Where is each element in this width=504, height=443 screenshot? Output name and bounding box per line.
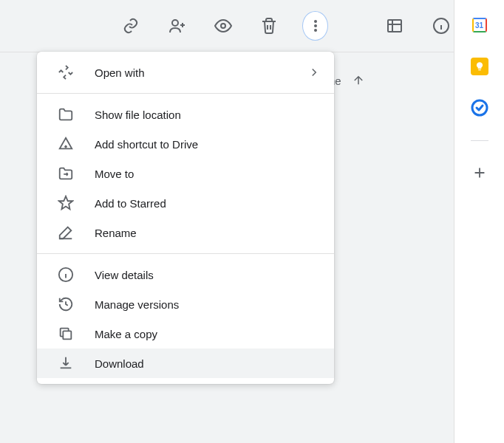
download-icon [58,355,74,371]
menu-label: Open with [95,66,145,79]
list-icon [386,17,403,35]
trash-button[interactable] [256,11,282,41]
side-panel: 31 [454,0,504,443]
tasks-icon [471,99,488,117]
menu-show-location[interactable]: Show file location [37,100,334,129]
menu-download[interactable]: Download [37,348,334,378]
menu-add-shortcut[interactable]: Add shortcut to Drive [37,129,334,159]
move-icon [58,165,74,182]
menu-label: Move to [95,168,134,180]
info-circle-icon [58,267,74,283]
folder-icon [58,106,74,123]
rename-icon [58,224,74,241]
more-vertical-icon [307,17,324,35]
eye-icon [214,17,232,35]
svg-point-0 [172,20,178,26]
get-link-button[interactable] [118,11,143,41]
more-actions-menu: Open with Show file location Add shortcu… [37,52,334,384]
get-addons-button[interactable] [471,165,488,181]
share-button[interactable] [164,11,189,41]
svg-point-4 [314,29,317,32]
menu-view-details[interactable]: View details [37,260,334,289]
list-view-button[interactable] [382,11,407,41]
preview-button[interactable] [211,11,236,41]
calendar-icon: 31 [471,16,488,34]
menu-divider [37,93,334,94]
keep-icon [471,58,488,75]
menu-divider [37,253,334,254]
shortcut-icon [58,136,74,152]
action-toolbar [0,0,454,52]
copy-icon [58,326,74,342]
menu-label: Add shortcut to Drive [95,138,198,151]
menu-add-starred[interactable]: Add to Starred [37,188,334,218]
svg-point-2 [314,20,317,23]
menu-manage-versions[interactable]: Manage versions [37,289,334,319]
menu-label: Show file location [95,109,181,121]
chevron-right-icon [307,66,321,79]
trash-icon [260,17,278,35]
svg-point-1 [221,24,225,28]
calendar-app[interactable]: 31 [471,16,488,34]
link-icon [122,17,140,35]
menu-open-with[interactable]: Open with [37,58,334,87]
column-header-fragment: ne [329,74,365,87]
person-add-icon [168,17,186,35]
menu-label: Download [95,357,144,370]
side-divider [471,140,488,141]
menu-rename[interactable]: Rename [37,218,334,247]
keep-app[interactable] [471,58,488,75]
plus-icon [471,165,488,181]
menu-label: View details [95,269,154,281]
info-icon [432,17,450,35]
open-with-icon [58,64,74,80]
arrow-up-icon [352,74,365,87]
menu-make-copy[interactable]: Make a copy [37,319,334,348]
menu-label: Rename [95,227,137,239]
svg-rect-5 [388,20,401,32]
menu-label: Make a copy [95,328,157,340]
info-button[interactable] [429,11,454,41]
history-icon [58,296,74,312]
tasks-app[interactable] [471,99,488,117]
menu-label: Add to Starred [95,197,166,210]
svg-point-3 [314,24,317,27]
more-actions-button[interactable] [302,11,328,41]
menu-label: Manage versions [95,298,179,311]
svg-rect-8 [63,331,71,339]
menu-move-to[interactable]: Move to [37,159,334,188]
star-icon [58,195,74,211]
